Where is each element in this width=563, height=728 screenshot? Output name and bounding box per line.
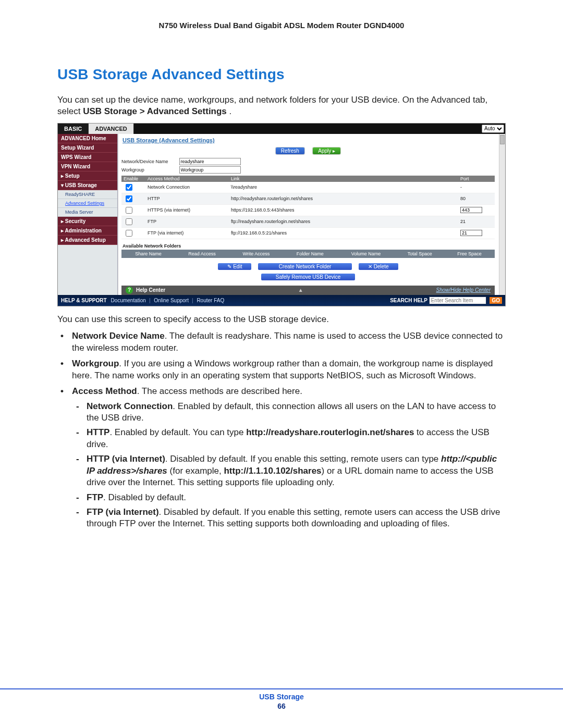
auto-refresh-select[interactable]: Auto: [482, 124, 505, 134]
scrollbar[interactable]: [499, 134, 505, 295]
tab-basic[interactable]: BASIC: [58, 124, 89, 134]
page-footer: USB Storage 66: [0, 668, 563, 710]
col-port: Port: [458, 176, 495, 182]
sidebar-sub-media-server[interactable]: Media Server: [58, 208, 117, 217]
device-name-input[interactable]: [179, 158, 241, 165]
port-input-ftp[interactable]: [460, 230, 482, 236]
folders-heading: Available Network Folders: [123, 243, 495, 249]
breadcrumb-path: USB Storage > Advanced Settings: [83, 106, 227, 116]
close-icon: ✕: [368, 264, 374, 269]
delete-button[interactable]: ✕ Delete: [359, 263, 398, 270]
col-method: Access Method: [145, 176, 229, 182]
folders-col: Share Name: [123, 251, 174, 257]
help-support-label: HELP & SUPPORT: [61, 298, 107, 303]
folders-col: Total Space: [395, 251, 444, 257]
port-cell: 21: [458, 216, 495, 227]
sidebar-sub-readyshare[interactable]: ReadySHARE: [58, 190, 117, 199]
sidebar-item-advanced-setup[interactable]: ▸ Advanced Setup: [58, 236, 117, 245]
sidebar-sub-advanced-settings[interactable]: Advanced Settings: [58, 199, 117, 208]
sublist-item: HTTP. Enabled by default. You can type h…: [72, 427, 506, 450]
enable-ftp[interactable]: [126, 218, 132, 225]
section-heading: USB Storage Advanced Settings: [57, 66, 506, 83]
sidebar-item-wps-wizard[interactable]: WPS Wizard: [58, 153, 117, 162]
device-name-label: Network/Device Name: [121, 159, 178, 164]
folders-col: Write Access: [230, 251, 283, 257]
port-cell: 80: [458, 193, 495, 204]
link-router-faq[interactable]: Router FAQ: [197, 298, 224, 303]
pencil-icon: ✎: [227, 264, 233, 269]
method-cell: FTP: [145, 216, 229, 227]
enable-network-connection[interactable]: [126, 184, 132, 191]
tab-bar: BASIC ADVANCED Auto: [58, 124, 505, 134]
router-screenshot: BASIC ADVANCED Auto ADVANCED Home Setup …: [57, 123, 506, 306]
list-item: Workgroup. If you are using a Windows wo…: [57, 358, 506, 381]
footer-title: USB Storage: [0, 693, 563, 701]
method-cell: Network Connection: [145, 182, 229, 193]
table-row: HTTPS (via internet) https://192.168.0.5…: [121, 204, 495, 216]
sublist-item: Network Connection. Enabled by default, …: [72, 401, 506, 424]
method-cell: HTTPS (via internet): [145, 204, 229, 216]
table-row: HTTP http://readyshare.routerlogin.net/s…: [121, 193, 495, 204]
footer-page-number: 66: [0, 702, 563, 710]
port-input-https[interactable]: [460, 207, 482, 213]
help-support-strip: HELP & SUPPORT Documentation| Online Sup…: [58, 295, 505, 306]
list-item: Access Method. The access methods are de…: [57, 386, 506, 530]
doc-header: N750 Wireless Dual Band Gigabit ADSL Mod…: [57, 21, 506, 30]
folders-col: Volume Name: [338, 251, 395, 257]
enable-http[interactable]: [126, 195, 132, 202]
question-icon: ?: [126, 287, 133, 294]
search-help-label: SEARCH HELP: [390, 298, 427, 303]
col-enable: Enable: [121, 176, 145, 182]
link-cell: https://192.168.0.5:443/shares: [229, 204, 458, 216]
sidebar-item-setup-wizard[interactable]: Setup Wizard: [58, 143, 117, 153]
intro-paragraph: You can set up the device name, workgrou…: [57, 94, 506, 118]
intro-tail: .: [229, 106, 232, 116]
sublist-item: FTP. Disabled by default.: [72, 492, 506, 503]
link-cell: ftp://readyshare.routerlogin.net/shares: [229, 216, 458, 227]
term: Network Device Name: [72, 331, 165, 341]
sidebar-item-vpn-wizard[interactable]: VPN Wizard: [58, 162, 117, 171]
help-toggle-link[interactable]: Show/Hide Help Center: [436, 287, 491, 293]
method-cell: FTP (via internet): [145, 227, 229, 239]
table-row: FTP ftp://readyshare.routerlogin.net/sha…: [121, 216, 495, 227]
table-row: FTP (via internet) ftp://192.168.0.5:21/…: [121, 227, 495, 239]
enable-https-internet[interactable]: [126, 207, 132, 214]
col-link: Link: [229, 176, 458, 182]
list-item: Network Device Name. The default is read…: [57, 330, 506, 354]
port-cell: -: [458, 182, 495, 193]
link-cell: http://readyshare.routerlogin.net/shares: [229, 193, 458, 204]
description-list: Network Device Name. The default is read…: [57, 330, 506, 530]
term: Workgroup: [72, 359, 119, 368]
sublist-item: FTP (via Internet). Disabled by default.…: [72, 507, 506, 530]
folders-table: Share Name Read Access Write Access Fold…: [121, 250, 495, 258]
help-center-bar[interactable]: ?Help Center ▲ Show/Hide Help Center: [121, 286, 495, 295]
after-shot-paragraph: You can use this screen to specify acces…: [57, 314, 506, 325]
safely-remove-button[interactable]: Safely Remove USB Device: [261, 274, 355, 280]
go-button[interactable]: GO: [489, 297, 502, 304]
method-cell: HTTP: [145, 193, 229, 204]
enable-ftp-internet[interactable]: [126, 230, 132, 237]
chevron-up-icon[interactable]: ▲: [298, 287, 303, 293]
refresh-button[interactable]: Refresh: [276, 147, 304, 154]
sidebar-item-administration[interactable]: ▸ Administration: [58, 226, 117, 236]
search-help-input[interactable]: [429, 297, 486, 304]
term: Access Method: [72, 386, 137, 396]
workgroup-input[interactable]: [179, 166, 241, 174]
folders-col: Free Space: [445, 251, 494, 257]
sidebar-item-security[interactable]: ▸ Security: [58, 217, 117, 226]
sidebar-item-setup[interactable]: ▸ Setup: [58, 171, 117, 181]
tab-advanced[interactable]: ADVANCED: [89, 124, 134, 134]
create-folder-button[interactable]: Create Network Folder: [258, 263, 352, 270]
workgroup-label: Workgroup: [121, 167, 178, 172]
folders-col: Folder Name: [284, 251, 337, 257]
sidebar-item-advanced-home[interactable]: ADVANCED Home: [58, 134, 117, 143]
link-online-support[interactable]: Online Support: [154, 298, 189, 303]
apply-button[interactable]: Apply ▸: [313, 147, 340, 154]
link-cell: ftp://192.168.0.5:21/shares: [229, 227, 458, 239]
access-methods-table: Enable Access Method Link Port Network C…: [121, 176, 495, 239]
pane-title: USB Storage (Advanced Settings): [123, 137, 495, 143]
sidebar-item-usb-storage[interactable]: ▾ USB Storage: [58, 181, 117, 190]
edit-button[interactable]: ✎ Edit: [218, 263, 251, 270]
link-cell: \\readyshare: [229, 182, 458, 193]
link-documentation[interactable]: Documentation: [111, 298, 146, 303]
